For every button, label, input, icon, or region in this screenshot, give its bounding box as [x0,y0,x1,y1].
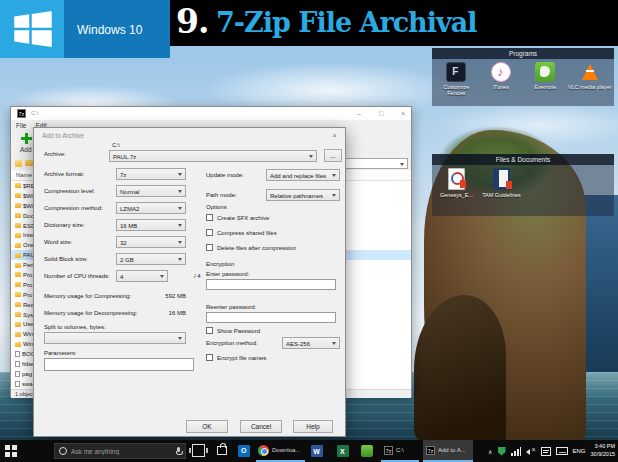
reenter-password-input[interactable] [206,312,336,323]
clock[interactable]: 3:40 PM 30/9/2015 [591,443,615,459]
checkbox-label: Create SFX archive [217,215,269,221]
path-mode-combo[interactable]: Relative pathnames [266,189,340,201]
field-label: Compression level: [44,188,95,194]
action-center-icon[interactable] [541,447,551,456]
start-button[interactable] [5,445,17,457]
checkbox[interactable] [206,214,213,221]
dropdown[interactable]: 2 GB [116,253,186,265]
field-suffix: / 4 [194,273,201,279]
outlook-icon[interactable] [238,445,250,457]
seven-zip-task-button[interactable]: C:\ [381,440,419,462]
file-item-icon [15,342,21,347]
task-view-icon[interactable] [192,444,205,457]
app-icon [535,62,555,82]
file-item-icon [15,361,20,367]
desktop-icon[interactable]: Customize Fences [434,61,479,97]
cancel-button[interactable]: Cancel [240,420,282,433]
time: 3:40 PM [595,443,615,449]
add-button[interactable]: Add [20,146,32,153]
desktop-icon[interactable]: Evernote [523,61,568,97]
microphone-icon[interactable] [176,447,181,456]
ok-button[interactable]: OK [186,420,228,433]
dropdown[interactable]: 7z [116,168,186,180]
search-input[interactable]: Ask me anything [71,448,172,455]
encryption-method-label: Encryption method: [206,340,258,346]
dialog-title: Add to Archive [42,132,84,139]
page-title: 7-Zip File Archival [216,7,476,38]
add-to-archive-task-button[interactable]: Add to A... [423,440,473,462]
minimize-icon[interactable] [353,108,365,119]
add-icon[interactable] [21,133,32,144]
keyboard-icon[interactable] [556,447,568,455]
enter-password-input[interactable] [206,279,336,290]
split-volumes-combo[interactable] [44,332,186,344]
checkbox[interactable] [206,229,213,236]
network-icon[interactable] [511,447,521,456]
word-icon[interactable] [311,445,323,457]
desktop-icon[interactable]: TAM Guidelines [479,167,524,198]
checkbox-row[interactable]: Create SFX archive [206,211,346,226]
bookmark-icon[interactable] [15,160,22,167]
parameters-input[interactable] [44,358,194,371]
green-app-icon[interactable] [361,445,373,457]
dropdown[interactable]: Normal [116,185,186,197]
checkbox-label: Compress shared files [217,230,277,236]
update-mode-label: Update mode: [206,172,244,178]
desktop-icon[interactable]: iTunes [479,61,524,97]
name-column-header[interactable]: Name [16,172,32,178]
language-indicator[interactable]: ENG [573,448,586,454]
help-button[interactable]: Help [293,420,333,433]
archive-name-combo[interactable]: PAUL.7z [109,150,317,162]
search-box[interactable]: Ask me anything [54,443,186,459]
dropdown[interactable]: LZMA2 [116,202,186,214]
encrypt-file-names-checkbox[interactable] [206,354,213,361]
shield-icon[interactable] [498,447,506,456]
checkbox-row[interactable]: Compress shared files [206,226,346,241]
memory-usage-row: Memory usage for Compressing: 592 MB [44,291,336,308]
desktop-icon[interactable]: Genesys_E... [434,167,479,198]
dropdown[interactable]: 32 [116,236,186,248]
chrome-task-button[interactable]: Downloa... [256,440,305,462]
file-item-icon [15,233,21,238]
chevron-down-icon [309,155,313,160]
menu-item[interactable]: File [16,122,26,129]
file-item-icon [15,312,21,317]
wallpaper-cliff-shadow [414,295,506,445]
chevron-up-icon[interactable]: ∧ [488,448,492,455]
dropdown[interactable]: 16 MB [116,219,186,231]
checkbox[interactable] [206,244,213,251]
date: 30/9/2015 [591,451,615,457]
titlebar[interactable]: C:\ [11,107,411,120]
encryption-method-combo[interactable]: AES-256 [282,337,340,349]
enter-password-label: Enter password: [206,271,249,277]
desktop-icon-label: Customize Fences [434,84,479,97]
excel-icon[interactable] [337,445,349,457]
file-name: $Wi [23,203,33,209]
store-icon[interactable] [217,446,227,455]
document-icon [448,168,465,190]
file-name: Sys [23,312,33,318]
checkbox-row[interactable]: Delete files after compression [206,241,346,256]
archive-label: Archive: [44,151,66,157]
maximize-icon[interactable] [375,108,387,119]
fence-title[interactable]: Files & Documents [432,154,614,165]
close-icon[interactable] [329,131,340,141]
add-to-archive-dialog: Add to Archive Archive: C:\ PAUL.7z ... … [33,127,346,437]
update-mode-combo[interactable]: Add and replace files [266,169,340,181]
fence-title[interactable]: Programs [432,48,614,59]
cortana-icon [59,447,67,455]
close-icon[interactable] [397,108,409,119]
file-name: Pro [23,272,32,278]
browse-button[interactable]: ... [324,149,342,162]
field-label: Archive format: [44,171,84,177]
desktop-icon-label: Evernote [534,84,556,90]
windows-logo-icon [13,9,53,49]
volume-muted-icon[interactable] [526,447,536,456]
folder-up-icon[interactable] [25,160,33,166]
options-group-title: Options [206,204,227,210]
file-item-icon [15,183,21,188]
file-item-icon [15,213,21,218]
dropdown[interactable]: 4 [116,270,168,282]
desktop-icon[interactable]: VLC media player [568,61,613,97]
show-password-checkbox[interactable] [206,327,213,334]
